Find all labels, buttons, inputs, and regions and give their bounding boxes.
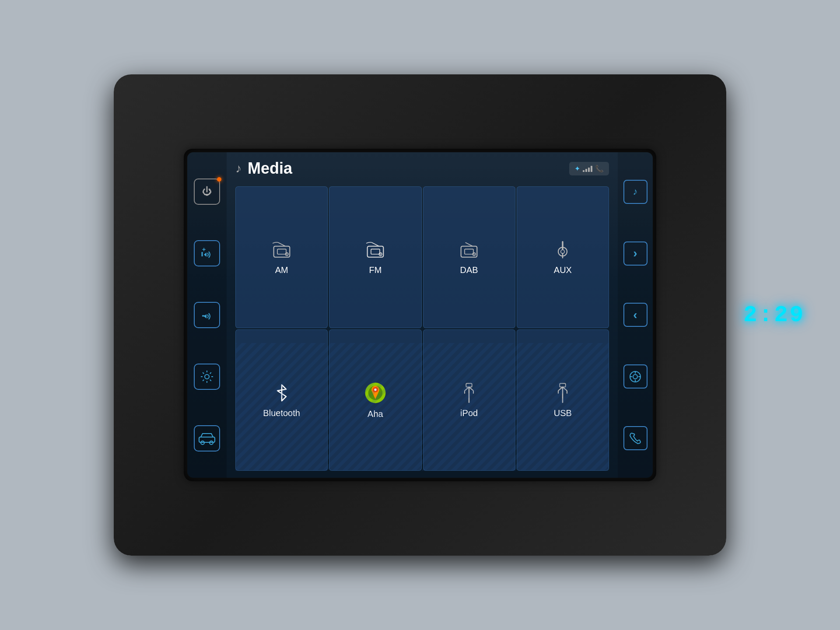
power-button[interactable]: ⏻ bbox=[194, 178, 220, 205]
bluetooth-label: Bluetooth bbox=[263, 408, 300, 418]
music-right-icon: ♪ bbox=[633, 186, 638, 197]
svg-point-41 bbox=[633, 374, 637, 379]
volume-down-button[interactable] bbox=[194, 302, 220, 328]
phone-status-icon: 📞 bbox=[595, 164, 604, 173]
ipod-tile[interactable]: iPod bbox=[423, 329, 515, 471]
aha-tile[interactable]: Aha bbox=[329, 329, 421, 471]
car-icon bbox=[198, 432, 216, 445]
nav-button[interactable] bbox=[623, 364, 648, 388]
svg-point-27 bbox=[374, 388, 376, 391]
am-label: AM bbox=[275, 265, 288, 275]
fm-tile[interactable]: FM bbox=[329, 186, 421, 328]
screen: ⏻ + bbox=[187, 152, 653, 478]
chevron-right-icon: › bbox=[633, 246, 637, 260]
signal-bar-1 bbox=[583, 170, 584, 172]
svg-point-14 bbox=[380, 254, 381, 255]
usb-icon bbox=[552, 382, 574, 404]
svg-line-36 bbox=[558, 387, 563, 390]
volume-up-icon: + bbox=[200, 247, 214, 260]
chevron-left-icon: ‹ bbox=[633, 308, 637, 322]
main-content: ♪ Media ✦ 📞 bbox=[227, 152, 618, 478]
media-grid: AM FM bbox=[235, 186, 609, 471]
bluetooth-icon bbox=[271, 382, 293, 404]
signal-bars bbox=[583, 165, 592, 172]
screen-bezel: ⏻ + bbox=[184, 149, 656, 481]
signal-bar-3 bbox=[588, 168, 590, 172]
am-tile[interactable]: AM bbox=[235, 186, 328, 328]
media-right-button[interactable]: ♪ bbox=[623, 180, 648, 204]
back-button[interactable]: ‹ bbox=[623, 303, 648, 327]
svg-text:+: + bbox=[202, 247, 206, 253]
aux-label: AUX bbox=[554, 265, 572, 275]
clock-display: 2:29 bbox=[743, 302, 805, 328]
svg-point-18 bbox=[474, 254, 475, 255]
power-icon: ⏻ bbox=[202, 186, 212, 197]
page-title: Media bbox=[248, 159, 292, 178]
right-sidebar: ♪ › ‹ bbox=[618, 152, 653, 478]
settings-button[interactable] bbox=[194, 364, 220, 390]
signal-bar-4 bbox=[591, 166, 592, 172]
dab-tile[interactable]: DAB bbox=[423, 186, 515, 328]
aux-icon bbox=[552, 239, 574, 261]
dab-label: DAB bbox=[460, 265, 478, 275]
svg-line-31 bbox=[469, 387, 473, 390]
am-radio-icon bbox=[271, 239, 293, 261]
svg-line-37 bbox=[563, 387, 567, 390]
ipod-label: iPod bbox=[460, 408, 478, 418]
aha-label: Aha bbox=[368, 409, 383, 419]
power-indicator bbox=[217, 177, 221, 182]
svg-point-21 bbox=[561, 250, 564, 253]
svg-point-3 bbox=[205, 374, 209, 379]
phone-icon bbox=[629, 432, 641, 444]
signal-bar-2 bbox=[585, 169, 587, 172]
aha-icon bbox=[364, 381, 387, 405]
fm-label: FM bbox=[369, 265, 382, 275]
svg-point-10 bbox=[286, 254, 287, 255]
ipod-icon bbox=[458, 382, 480, 404]
fm-radio-icon bbox=[364, 239, 386, 261]
svg-rect-12 bbox=[371, 249, 380, 255]
car-button[interactable] bbox=[194, 425, 220, 452]
left-sidebar: ⏻ + bbox=[187, 152, 227, 478]
svg-rect-8 bbox=[277, 249, 286, 255]
status-bar: ✦ 📞 bbox=[569, 162, 609, 175]
usb-tile[interactable]: USB bbox=[517, 329, 609, 471]
header-left: ♪ Media bbox=[235, 159, 292, 178]
usb-label: USB bbox=[554, 408, 572, 418]
svg-line-30 bbox=[465, 387, 469, 390]
header: ♪ Media ✦ 📞 bbox=[235, 159, 609, 178]
nav-icon bbox=[629, 370, 642, 383]
aux-tile[interactable]: AUX bbox=[517, 186, 609, 328]
music-icon: ♪ bbox=[235, 161, 242, 175]
car-surround: 2:29 ⏻ + bbox=[114, 74, 726, 556]
volume-up-button[interactable]: + bbox=[194, 240, 220, 266]
settings-icon bbox=[200, 370, 214, 384]
svg-rect-16 bbox=[465, 249, 473, 255]
dab-radio-icon bbox=[458, 239, 480, 261]
volume-down-icon bbox=[200, 308, 214, 322]
bluetooth-tile[interactable]: Bluetooth bbox=[235, 329, 328, 471]
next-button[interactable]: › bbox=[623, 242, 648, 266]
bluetooth-status-icon: ✦ bbox=[574, 164, 580, 173]
phone-button[interactable] bbox=[623, 426, 648, 450]
